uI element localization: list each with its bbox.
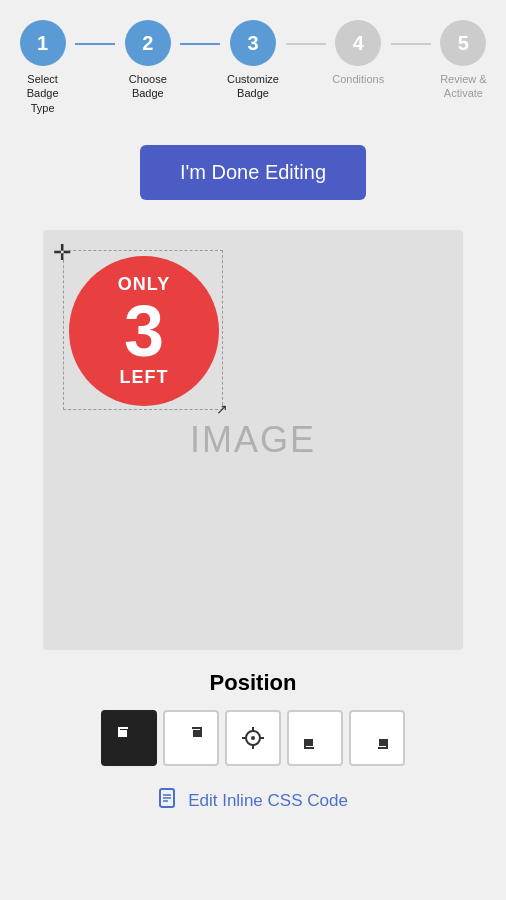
step-5-circle: 5: [440, 20, 486, 66]
position-top-left-button[interactable]: [101, 710, 157, 766]
connector-2-3: [180, 43, 220, 45]
image-placeholder-label: IMAGE: [190, 419, 316, 461]
position-center-button[interactable]: [225, 710, 281, 766]
connector-4-5: [391, 43, 431, 45]
top-right-icon: [177, 724, 205, 752]
svg-rect-1: [118, 727, 120, 737]
step-5-label: Review & Activate: [440, 72, 486, 101]
position-top-right-button[interactable]: [163, 710, 219, 766]
connector-1-2: [75, 43, 115, 45]
position-section: Position: [0, 670, 506, 766]
svg-rect-5: [193, 730, 200, 737]
connector-3-4: [286, 43, 326, 45]
svg-rect-2: [120, 730, 127, 737]
stepper: 1 Select Badge Type 2 Choose Badge 3 Cus…: [0, 0, 506, 125]
bottom-right-icon: [363, 724, 391, 752]
document-icon: [158, 788, 180, 810]
step-1-circle: 1: [20, 20, 66, 66]
edit-css-link[interactable]: Edit Inline CSS Code: [158, 788, 348, 815]
badge-circle: ONLY 3 LEFT: [69, 256, 219, 406]
bottom-left-icon: [301, 724, 329, 752]
step-3[interactable]: 3 Customize Badge: [220, 20, 285, 101]
top-left-icon: [115, 724, 143, 752]
step-5[interactable]: 5 Review & Activate: [431, 20, 496, 101]
position-bottom-right-button[interactable]: [349, 710, 405, 766]
badge-number: 3: [124, 295, 164, 367]
position-bottom-left-button[interactable]: [287, 710, 343, 766]
svg-rect-13: [304, 739, 306, 749]
step-2-circle: 2: [125, 20, 171, 66]
badge-canvas: IMAGE ✛ ONLY 3 LEFT ↗: [43, 230, 463, 650]
step-1[interactable]: 1 Select Badge Type: [10, 20, 75, 115]
svg-rect-17: [379, 739, 386, 746]
svg-rect-14: [306, 739, 313, 746]
step-2[interactable]: 2 Choose Badge: [115, 20, 180, 101]
center-icon: [239, 724, 267, 752]
step-3-label: Customize Badge: [227, 72, 279, 101]
svg-rect-16: [386, 739, 388, 749]
svg-rect-4: [200, 727, 202, 737]
badge-element[interactable]: ONLY 3 LEFT ↗: [63, 250, 223, 410]
step-4-label: Conditions: [332, 72, 384, 86]
edit-css-icon: [158, 788, 180, 815]
position-buttons: [101, 710, 405, 766]
badge-line2: LEFT: [120, 367, 169, 388]
done-editing-button[interactable]: I'm Done Editing: [140, 145, 366, 200]
step-1-label: Select Badge Type: [27, 72, 59, 115]
resize-handle[interactable]: ↗: [212, 399, 232, 419]
edit-css-label: Edit Inline CSS Code: [188, 791, 348, 811]
step-3-circle: 3: [230, 20, 276, 66]
svg-point-7: [251, 736, 255, 740]
step-2-label: Choose Badge: [129, 72, 167, 101]
step-4-circle: 4: [335, 20, 381, 66]
step-4[interactable]: 4 Conditions: [326, 20, 391, 86]
position-title: Position: [210, 670, 297, 696]
